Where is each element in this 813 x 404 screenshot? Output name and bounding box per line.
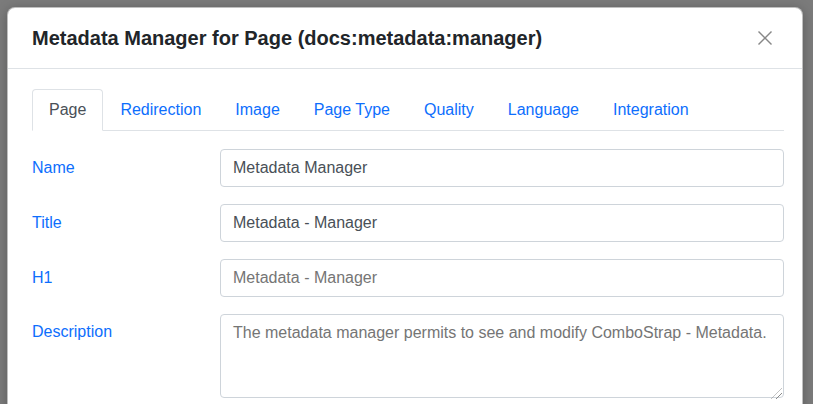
tab-redirection[interactable]: Redirection [103, 89, 218, 131]
dialog-header: Metadata Manager for Page (docs:metadata… [8, 8, 802, 69]
tab-integration[interactable]: Integration [596, 89, 706, 131]
name-label[interactable]: Name [32, 159, 220, 177]
h1-field-wrap [220, 259, 784, 297]
h1-input[interactable] [220, 259, 784, 297]
h1-label[interactable]: H1 [32, 269, 220, 287]
metadata-manager-dialog: Metadata Manager for Page (docs:metadata… [7, 7, 803, 404]
description-textarea[interactable] [220, 314, 784, 398]
dialog-title: Metadata Manager for Page (docs:metadata… [32, 23, 542, 53]
dialog-body: Page Redirection Image Page Type Quality… [8, 69, 802, 404]
tab-page[interactable]: Page [32, 89, 103, 131]
description-label[interactable]: Description [32, 314, 220, 341]
form-row-title: Title [32, 204, 784, 242]
tab-page-type[interactable]: Page Type [297, 89, 407, 131]
tab-image[interactable]: Image [218, 89, 296, 131]
form-row-description: Description [32, 314, 784, 402]
title-input[interactable] [220, 204, 784, 242]
close-icon [756, 35, 774, 50]
close-button[interactable] [752, 25, 778, 51]
tab-language[interactable]: Language [491, 89, 596, 131]
form-row-name: Name [32, 149, 784, 187]
name-input[interactable] [220, 149, 784, 187]
description-field-wrap [220, 314, 784, 402]
name-field-wrap [220, 149, 784, 187]
tab-bar: Page Redirection Image Page Type Quality… [32, 89, 784, 131]
title-label[interactable]: Title [32, 214, 220, 232]
title-field-wrap [220, 204, 784, 242]
tab-quality[interactable]: Quality [407, 89, 491, 131]
form-row-h1: H1 [32, 259, 784, 297]
page-metadata-form: Name Title H1 [32, 131, 784, 402]
